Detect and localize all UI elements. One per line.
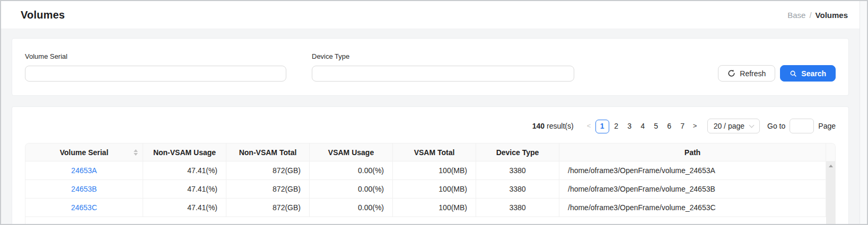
cell-nonvsam_usage: 47.41(%) (143, 199, 226, 217)
column-header-spacer (826, 143, 835, 161)
column-header-volume-serial[interactable]: Volume Serial (25, 143, 143, 161)
breadcrumb-parent[interactable]: Base (787, 11, 805, 20)
cell-vsam_usage: 0.00(%) (310, 161, 393, 180)
column-header-path: Path (559, 143, 826, 161)
volumes-table: Volume SerialNon-VSAM UsageNon-VSAM Tota… (25, 143, 836, 224)
page-button-2[interactable]: 2 (610, 119, 622, 133)
goto-label: Go to (767, 122, 785, 130)
app-window: Volumes Base / Volumes Volume Serial Dev… (0, 0, 868, 225)
cell-nonvsam_total: 872(GB) (226, 199, 310, 217)
cell-nonvsam_total: 872(GB) (226, 161, 310, 180)
page-button-4[interactable]: 4 (637, 119, 649, 133)
cell-vsam_usage: 0.00(%) (310, 199, 393, 217)
cell-path: /home/oframe3/OpenFrame/volume_24653B (559, 180, 826, 199)
column-header-non-vsam-usage: Non-VSAM Usage (143, 143, 226, 161)
cell-nonvsam_total: 872(GB) (226, 180, 310, 199)
page-header: Volumes Base / Volumes (1, 1, 860, 29)
prev-page-button[interactable]: < (583, 119, 595, 133)
volume-serial-link[interactable]: 24653A (71, 166, 97, 175)
sort-desc-icon (134, 153, 138, 156)
goto-page-input[interactable] (790, 119, 814, 133)
page-button-6[interactable]: 6 (663, 119, 676, 133)
cell-vsam_usage: 0.00(%) (310, 180, 393, 199)
sort-icon[interactable] (134, 149, 138, 156)
cell-nonvsam_usage: 47.41(%) (143, 161, 226, 180)
refresh-icon (727, 69, 735, 77)
search-button[interactable]: Search (780, 65, 836, 82)
breadcrumb-current: Volumes (816, 11, 848, 20)
column-header-label: VSAM Total (414, 148, 455, 157)
filter-panel: Volume Serial Device Type Refresh (12, 38, 849, 96)
refresh-button-label: Refresh (740, 69, 766, 78)
results-count-number: 140 (532, 122, 545, 130)
chevron-down-icon (749, 123, 755, 128)
main-content: Volumes Base / Volumes Volume Serial Dev… (1, 1, 860, 224)
table-row: 24653A47.41(%)872(GB)0.00(%)100(MB)3380/… (25, 161, 835, 180)
cell-device_type: 3380 (476, 161, 559, 180)
browser-scrollbar[interactable] (860, 1, 867, 224)
sort-asc-icon (134, 149, 138, 152)
cell-device_type: 3380 (476, 199, 559, 217)
results-panel: 140result(s) < 1234567 > 20 / page Go to… (12, 106, 849, 224)
scroll-up-icon[interactable] (829, 165, 833, 167)
volume-serial-input[interactable] (25, 66, 286, 82)
cell-vsam_total: 100(MB) (393, 199, 476, 217)
device-type-label: Device Type (312, 52, 574, 60)
table-body: 24653A47.41(%)872(GB)0.00(%)100(MB)3380/… (25, 161, 835, 224)
cell-vsam_total: 100(MB) (393, 161, 476, 180)
filter-actions: Refresh Search (718, 65, 836, 82)
cell-serial: 24653B (25, 180, 143, 199)
page-button-1[interactable]: 1 (595, 120, 609, 133)
search-button-label: Search (801, 69, 826, 78)
cell-serial: 24653A (25, 161, 143, 180)
breadcrumb: Base / Volumes (787, 11, 848, 20)
cell-vsam_total: 100(MB) (393, 180, 476, 199)
search-icon (790, 70, 797, 77)
column-header-non-vsam-total: Non-VSAM Total (226, 143, 310, 161)
page-size-value: 20 / page (714, 122, 744, 130)
pagination: 140result(s) < 1234567 > 20 / page Go to… (25, 119, 836, 133)
column-header-vsam-usage: VSAM Usage (310, 143, 393, 161)
volume-serial-link[interactable]: 24653B (71, 185, 97, 193)
cell-nonvsam_usage: 47.41(%) (143, 180, 226, 199)
cell-device_type: 3380 (476, 180, 559, 199)
page-label: Page (818, 122, 836, 130)
next-page-button[interactable]: > (689, 119, 701, 133)
results-count-label: result(s) (547, 122, 574, 130)
breadcrumb-separator: / (809, 11, 811, 20)
page-title: Volumes (21, 9, 65, 21)
volume-serial-label: Volume Serial (25, 52, 286, 60)
column-header-label: Non-VSAM Total (239, 148, 297, 157)
page-button-3[interactable]: 3 (624, 119, 636, 133)
field-device-type: Device Type (312, 52, 574, 82)
column-header-label: Volume Serial (60, 148, 109, 157)
cell-path: /home/oframe3/OpenFrame/volume_24653A (559, 161, 826, 180)
results-count: 140result(s) (532, 122, 574, 130)
refresh-button[interactable]: Refresh (718, 65, 775, 82)
column-header-label: Device Type (496, 148, 539, 157)
cell-serial: 24653C (25, 199, 143, 217)
table-row: 24653B47.41(%)872(GB)0.00(%)100(MB)3380/… (25, 180, 835, 199)
page-button-5[interactable]: 5 (650, 119, 662, 133)
page-button-7[interactable]: 7 (677, 119, 689, 133)
table-row: 24653C47.41(%)872(GB)0.00(%)100(MB)3380/… (25, 199, 835, 217)
page-size-select[interactable]: 20 / page (707, 119, 760, 133)
column-header-label: Path (685, 148, 700, 157)
cell-path: /home/oframe3/OpenFrame/volume_24653C (559, 199, 826, 217)
column-header-device-type: Device Type (476, 143, 559, 161)
table-scrollbar[interactable] (826, 161, 835, 224)
volume-serial-link[interactable]: 24653C (71, 203, 97, 212)
column-header-vsam-total: VSAM Total (393, 143, 476, 161)
table-header-row: Volume SerialNon-VSAM UsageNon-VSAM Tota… (25, 143, 835, 161)
device-type-input[interactable] (312, 66, 574, 82)
column-header-label: Non-VSAM Usage (153, 148, 216, 157)
column-header-label: VSAM Usage (328, 148, 374, 157)
field-volume-serial: Volume Serial (25, 52, 286, 82)
page-number-list: 1234567 (595, 119, 689, 133)
